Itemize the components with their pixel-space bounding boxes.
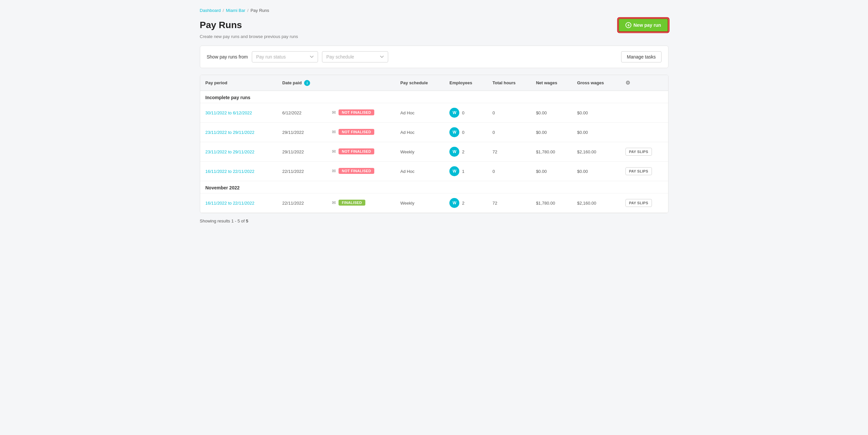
employee-badge: W (450, 147, 459, 157)
status-cell: ✉NOT FINALISED (327, 163, 395, 178)
employees-cell: W0 (444, 103, 487, 122)
employee-count: 1 (462, 169, 464, 174)
breadcrumb-current: Pay Runs (250, 8, 269, 13)
total-hours-cell: 0 (487, 123, 530, 142)
employees-cell: W2 (444, 142, 487, 161)
gross-wages-cell: $0.00 (572, 162, 620, 181)
employee-badge: W (450, 127, 459, 137)
employee-count: 2 (462, 201, 464, 206)
mail-icon: ✉ (332, 110, 336, 115)
employee-badge: W (450, 198, 459, 208)
employee-badge: W (450, 108, 459, 118)
date-paid-cell: 22/11/2022 (277, 162, 327, 181)
status-badge: FINALISED (339, 200, 365, 206)
status-badge: NOT FINALISED (339, 148, 374, 154)
col-employees: Employees (444, 75, 487, 91)
date-paid-info-icon[interactable]: i (304, 80, 310, 86)
net-wages-cell: $0.00 (531, 162, 572, 181)
pay-schedule-cell: Ad Hoc (395, 162, 444, 181)
page-title: Pay Runs (200, 20, 242, 30)
pay-period-cell: 16/11/2022 to 22/11/2022 (200, 162, 277, 181)
employee-count: 2 (462, 149, 464, 154)
gross-wages-cell: $0.00 (572, 103, 620, 123)
employee-count: 0 (462, 130, 464, 135)
pay-slips-button[interactable]: PAY SLIPS (625, 199, 652, 207)
pay-schedule-cell: Ad Hoc (395, 123, 444, 142)
breadcrumb-miami-bar[interactable]: Miami Bar (226, 8, 246, 13)
pay-period-link[interactable]: 23/11/2022 to 29/11/2022 (206, 149, 254, 154)
total-hours-cell: 0 (487, 162, 530, 181)
date-paid-cell: 29/11/2022 (277, 123, 327, 142)
section-header-november-2022: November 2022 (200, 181, 668, 193)
status-cell: ✉NOT FINALISED (327, 124, 395, 139)
breadcrumb-sep2: / (247, 8, 249, 13)
col-actions: ⚙ (620, 75, 668, 91)
mail-icon: ✉ (332, 129, 336, 135)
status-badge: NOT FINALISED (339, 129, 374, 135)
gross-wages-cell: $0.00 (572, 123, 620, 142)
mail-icon: ✉ (332, 168, 336, 173)
filter-bar: Show pay runs from Pay run status Pay sc… (200, 45, 669, 68)
actions-cell: PAY SLIPS (620, 162, 668, 181)
status-cell: ✉NOT FINALISED (327, 105, 395, 120)
employees-cell: W2 (444, 193, 487, 212)
employee-count: 0 (462, 110, 464, 115)
employee-badge: W (450, 166, 459, 176)
breadcrumb: Dashboard / Miami Bar / Pay Runs (200, 8, 669, 13)
actions-cell: PAY SLIPS (620, 142, 668, 162)
total-hours-cell: 72 (487, 142, 530, 162)
table-row: 30/11/2022 to 6/12/20226/12/2022✉NOT FIN… (200, 103, 668, 123)
total-hours-cell: 72 (487, 193, 530, 213)
results-prefix: Showing results 1 - 5 of (200, 219, 245, 224)
net-wages-cell: $1,780.00 (531, 142, 572, 162)
actions-cell (620, 103, 668, 123)
section-label: November 2022 (200, 181, 668, 193)
pay-period-link[interactable]: 16/11/2022 to 22/11/2022 (206, 169, 254, 174)
col-date-paid: Date paid i (277, 75, 327, 91)
pay-schedule-select[interactable]: Pay schedule (322, 51, 388, 63)
new-pay-run-label: New pay run (633, 23, 661, 28)
results-count: 5 (246, 219, 248, 224)
net-wages-cell: $0.00 (531, 103, 572, 123)
employees-cell: W0 (444, 123, 487, 142)
pay-run-status-select[interactable]: Pay run status (252, 51, 318, 63)
table-row: 23/11/2022 to 29/11/202229/11/2022✉NOT F… (200, 123, 668, 142)
col-pay-schedule: Pay schedule (395, 75, 444, 91)
manage-tasks-button[interactable]: Manage tasks (621, 51, 661, 63)
pay-schedule-cell: Weekly (395, 142, 444, 162)
gross-wages-cell: $2,160.00 (572, 142, 620, 162)
results-text: Showing results 1 - 5 of 5 (200, 219, 669, 224)
col-net-wages: Net wages (531, 75, 572, 91)
mail-icon: ✉ (332, 200, 336, 205)
pay-period-cell: 23/11/2022 to 29/11/2022 (200, 142, 277, 162)
gear-icon[interactable]: ⚙ (625, 80, 630, 86)
status-cell: ✉NOT FINALISED (327, 144, 395, 159)
status-badge: NOT FINALISED (339, 168, 374, 174)
col-total-hours: Total hours (487, 75, 530, 91)
mail-icon: ✉ (332, 149, 336, 154)
pay-period-cell: 30/11/2022 to 6/12/2022 (200, 103, 277, 123)
pay-runs-table-container: Pay period Date paid i Pay schedule Empl… (200, 75, 669, 213)
new-pay-run-button[interactable]: + New pay run (618, 18, 668, 32)
table-row: 16/11/2022 to 22/11/202222/11/2022✉FINAL… (200, 193, 668, 213)
actions-cell: PAY SLIPS (620, 193, 668, 213)
pay-runs-table: Pay period Date paid i Pay schedule Empl… (200, 75, 668, 213)
page-subtitle: Create new pay runs and browse previous … (200, 34, 669, 39)
actions-cell (620, 123, 668, 142)
pay-period-link[interactable]: 23/11/2022 to 29/11/2022 (206, 130, 254, 135)
breadcrumb-dashboard[interactable]: Dashboard (200, 8, 221, 13)
status-badge: NOT FINALISED (339, 109, 374, 115)
breadcrumb-sep1: / (223, 8, 224, 13)
pay-slips-button[interactable]: PAY SLIPS (625, 148, 652, 156)
table-row: 16/11/2022 to 22/11/202222/11/2022✉NOT F… (200, 162, 668, 181)
employees-cell: W1 (444, 162, 487, 181)
table-row: 23/11/2022 to 29/11/202229/11/2022✉NOT F… (200, 142, 668, 162)
pay-period-link[interactable]: 16/11/2022 to 22/11/2022 (206, 201, 254, 206)
date-paid-cell: 6/12/2022 (277, 103, 327, 123)
date-paid-cell: 22/11/2022 (277, 193, 327, 213)
pay-period-cell: 23/11/2022 to 29/11/2022 (200, 123, 277, 142)
pay-slips-button[interactable]: PAY SLIPS (625, 167, 652, 175)
date-paid-cell: 29/11/2022 (277, 142, 327, 162)
total-hours-cell: 0 (487, 103, 530, 123)
pay-period-link[interactable]: 30/11/2022 to 6/12/2022 (206, 110, 252, 115)
